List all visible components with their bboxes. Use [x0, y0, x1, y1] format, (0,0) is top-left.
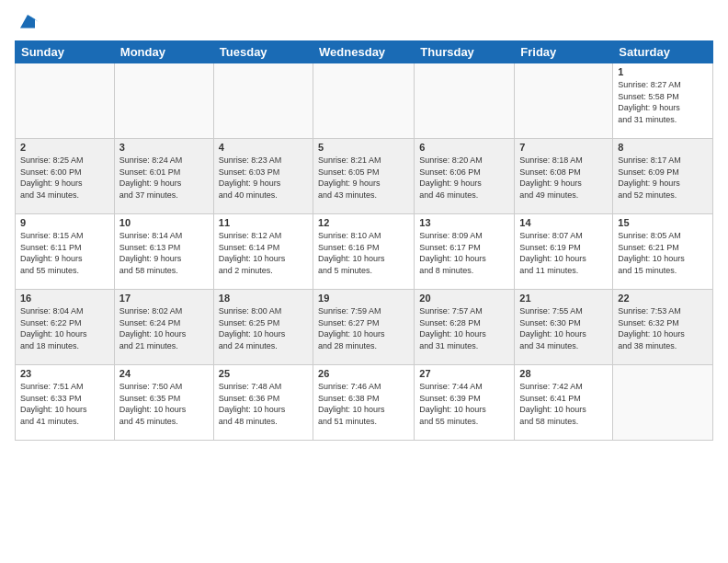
day-info: Sunrise: 8:21 AM Sunset: 6:05 PM Dayligh…	[318, 155, 409, 201]
day-number: 13	[419, 217, 509, 228]
day-info: Sunrise: 7:42 AM Sunset: 6:41 PM Dayligh…	[519, 381, 608, 427]
day-info: Sunrise: 7:46 AM Sunset: 6:38 PM Dayligh…	[318, 381, 409, 427]
logo-icon	[17, 11, 39, 33]
calendar-week-row: 2Sunrise: 8:25 AM Sunset: 6:00 PM Daylig…	[16, 139, 713, 214]
day-number: 4	[219, 142, 308, 153]
calendar-cell: 12Sunrise: 8:10 AM Sunset: 6:16 PM Dayli…	[313, 214, 415, 290]
day-number: 27	[419, 368, 509, 379]
day-number: 6	[419, 142, 509, 153]
calendar-cell: 8Sunrise: 8:17 AM Sunset: 6:09 PM Daylig…	[613, 139, 713, 214]
day-number: 12	[318, 217, 409, 228]
day-number: 7	[519, 142, 608, 153]
calendar-cell: 2Sunrise: 8:25 AM Sunset: 6:00 PM Daylig…	[16, 139, 115, 214]
calendar-cell: 6Sunrise: 8:20 AM Sunset: 6:06 PM Daylig…	[415, 139, 515, 214]
calendar-cell	[515, 63, 613, 139]
day-info: Sunrise: 7:53 AM Sunset: 6:32 PM Dayligh…	[618, 305, 708, 351]
day-number: 16	[20, 293, 109, 304]
header	[15, 11, 713, 33]
calendar-cell	[213, 63, 313, 139]
calendar-cell: 18Sunrise: 8:00 AM Sunset: 6:25 PM Dayli…	[213, 290, 313, 365]
calendar-cell: 27Sunrise: 7:44 AM Sunset: 6:39 PM Dayli…	[415, 365, 515, 441]
day-info: Sunrise: 8:20 AM Sunset: 6:06 PM Dayligh…	[419, 155, 509, 201]
day-number: 14	[519, 217, 608, 228]
calendar-cell: 9Sunrise: 8:15 AM Sunset: 6:11 PM Daylig…	[16, 214, 115, 290]
calendar-cell: 17Sunrise: 8:02 AM Sunset: 6:24 PM Dayli…	[114, 290, 213, 365]
day-number: 9	[20, 217, 109, 228]
day-number: 5	[318, 142, 409, 153]
day-info: Sunrise: 7:48 AM Sunset: 6:36 PM Dayligh…	[219, 381, 308, 427]
weekday-header: Saturday	[613, 41, 713, 63]
calendar-week-row: 16Sunrise: 8:04 AM Sunset: 6:22 PM Dayli…	[16, 290, 713, 365]
weekday-header: Sunday	[16, 41, 115, 63]
day-number: 25	[219, 368, 308, 379]
calendar-cell: 1Sunrise: 8:27 AM Sunset: 5:58 PM Daylig…	[613, 63, 713, 139]
day-number: 23	[20, 368, 109, 379]
day-info: Sunrise: 8:05 AM Sunset: 6:21 PM Dayligh…	[618, 230, 708, 276]
day-info: Sunrise: 7:55 AM Sunset: 6:30 PM Dayligh…	[519, 305, 608, 351]
day-info: Sunrise: 7:59 AM Sunset: 6:27 PM Dayligh…	[318, 305, 409, 351]
day-info: Sunrise: 8:09 AM Sunset: 6:17 PM Dayligh…	[419, 230, 509, 276]
calendar: SundayMondayTuesdayWednesdayThursdayFrid…	[15, 40, 713, 441]
day-number: 24	[119, 368, 209, 379]
day-info: Sunrise: 7:50 AM Sunset: 6:35 PM Dayligh…	[119, 381, 209, 427]
day-number: 21	[519, 293, 608, 304]
calendar-cell: 3Sunrise: 8:24 AM Sunset: 6:01 PM Daylig…	[114, 139, 213, 214]
day-info: Sunrise: 8:02 AM Sunset: 6:24 PM Dayligh…	[119, 305, 209, 351]
day-info: Sunrise: 8:15 AM Sunset: 6:11 PM Dayligh…	[20, 230, 109, 276]
day-info: Sunrise: 8:24 AM Sunset: 6:01 PM Dayligh…	[119, 155, 209, 201]
day-info: Sunrise: 8:12 AM Sunset: 6:14 PM Dayligh…	[219, 230, 308, 276]
calendar-cell: 16Sunrise: 8:04 AM Sunset: 6:22 PM Dayli…	[16, 290, 115, 365]
calendar-cell: 20Sunrise: 7:57 AM Sunset: 6:28 PM Dayli…	[415, 290, 515, 365]
calendar-week-row: 1Sunrise: 8:27 AM Sunset: 5:58 PM Daylig…	[16, 63, 713, 139]
day-info: Sunrise: 7:44 AM Sunset: 6:39 PM Dayligh…	[419, 381, 509, 427]
calendar-cell	[613, 365, 713, 441]
weekday-header: Tuesday	[213, 41, 313, 63]
calendar-cell: 23Sunrise: 7:51 AM Sunset: 6:33 PM Dayli…	[16, 365, 115, 441]
day-number: 17	[119, 293, 209, 304]
calendar-cell: 28Sunrise: 7:42 AM Sunset: 6:41 PM Dayli…	[515, 365, 613, 441]
day-info: Sunrise: 8:04 AM Sunset: 6:22 PM Dayligh…	[20, 305, 109, 351]
day-info: Sunrise: 7:57 AM Sunset: 6:28 PM Dayligh…	[419, 305, 509, 351]
calendar-week-row: 9Sunrise: 8:15 AM Sunset: 6:11 PM Daylig…	[16, 214, 713, 290]
day-info: Sunrise: 8:18 AM Sunset: 6:08 PM Dayligh…	[519, 155, 608, 201]
calendar-cell	[114, 63, 213, 139]
calendar-cell: 22Sunrise: 7:53 AM Sunset: 6:32 PM Dayli…	[613, 290, 713, 365]
day-number: 2	[20, 142, 109, 153]
calendar-cell: 10Sunrise: 8:14 AM Sunset: 6:13 PM Dayli…	[114, 214, 213, 290]
calendar-cell: 19Sunrise: 7:59 AM Sunset: 6:27 PM Dayli…	[313, 290, 415, 365]
calendar-cell: 13Sunrise: 8:09 AM Sunset: 6:17 PM Dayli…	[415, 214, 515, 290]
day-number: 22	[618, 293, 708, 304]
day-number: 18	[219, 293, 308, 304]
day-info: Sunrise: 8:23 AM Sunset: 6:03 PM Dayligh…	[219, 155, 308, 201]
day-number: 20	[419, 293, 509, 304]
weekday-header: Wednesday	[313, 41, 415, 63]
page: SundayMondayTuesdayWednesdayThursdayFrid…	[0, 0, 728, 563]
day-info: Sunrise: 8:10 AM Sunset: 6:16 PM Dayligh…	[318, 230, 409, 276]
calendar-cell: 15Sunrise: 8:05 AM Sunset: 6:21 PM Dayli…	[613, 214, 713, 290]
logo	[15, 11, 39, 33]
day-number: 26	[318, 368, 409, 379]
day-number: 1	[618, 66, 708, 77]
calendar-cell: 11Sunrise: 8:12 AM Sunset: 6:14 PM Dayli…	[213, 214, 313, 290]
calendar-header-row: SundayMondayTuesdayWednesdayThursdayFrid…	[16, 41, 713, 63]
weekday-header: Thursday	[415, 41, 515, 63]
day-number: 28	[519, 368, 608, 379]
calendar-week-row: 23Sunrise: 7:51 AM Sunset: 6:33 PM Dayli…	[16, 365, 713, 441]
day-info: Sunrise: 8:07 AM Sunset: 6:19 PM Dayligh…	[519, 230, 608, 276]
calendar-cell	[313, 63, 415, 139]
day-info: Sunrise: 8:14 AM Sunset: 6:13 PM Dayligh…	[119, 230, 209, 276]
day-number: 11	[219, 217, 308, 228]
day-number: 19	[318, 293, 409, 304]
day-number: 15	[618, 217, 708, 228]
calendar-cell: 5Sunrise: 8:21 AM Sunset: 6:05 PM Daylig…	[313, 139, 415, 214]
day-number: 10	[119, 217, 209, 228]
day-number: 8	[618, 142, 708, 153]
day-info: Sunrise: 8:00 AM Sunset: 6:25 PM Dayligh…	[219, 305, 308, 351]
calendar-cell	[415, 63, 515, 139]
day-info: Sunrise: 8:25 AM Sunset: 6:00 PM Dayligh…	[20, 155, 109, 201]
calendar-cell	[16, 63, 115, 139]
calendar-cell: 26Sunrise: 7:46 AM Sunset: 6:38 PM Dayli…	[313, 365, 415, 441]
calendar-cell: 14Sunrise: 8:07 AM Sunset: 6:19 PM Dayli…	[515, 214, 613, 290]
calendar-cell: 24Sunrise: 7:50 AM Sunset: 6:35 PM Dayli…	[114, 365, 213, 441]
calendar-cell: 25Sunrise: 7:48 AM Sunset: 6:36 PM Dayli…	[213, 365, 313, 441]
